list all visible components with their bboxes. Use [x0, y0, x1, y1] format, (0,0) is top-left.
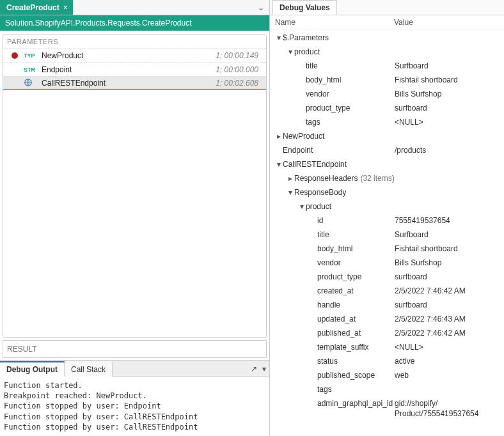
tree-node-value: active — [395, 354, 501, 366]
tree-node-label: id — [317, 214, 323, 228]
tree-row[interactable]: vendorBills Surfshop — [270, 87, 504, 101]
pin-icon[interactable]: ▾ — [259, 364, 269, 373]
parameter-name: NewProduct — [42, 51, 216, 60]
breakpoint-icon[interactable] — [12, 52, 18, 59]
tree-row[interactable]: titleSurfboard — [270, 228, 504, 242]
tree-node-label: template_suffix — [317, 340, 369, 354]
tree-node-value — [395, 31, 501, 33]
tree-row[interactable]: ResponseBody — [270, 185, 504, 199]
tree-node-value — [395, 382, 501, 384]
tree-row[interactable]: tags — [270, 382, 504, 396]
tree-node-label: body_html — [317, 242, 352, 256]
tree-row[interactable]: CallRESTEndpoint — [270, 157, 504, 171]
tree-node-value — [395, 129, 501, 131]
parameter-timing: 1; 00:00.000 — [216, 65, 264, 74]
tree-row[interactable]: updated_at2/5/2022 7:46:43 AM — [270, 312, 504, 326]
chevron-down-icon[interactable] — [287, 185, 294, 199]
tab-menu-icon[interactable]: ⌄ — [253, 3, 269, 12]
tree-node-label: admin_graphql_api_id — [317, 396, 393, 410]
tree-row[interactable]: template_suffix<NULL> — [270, 340, 504, 354]
chevron-down-icon[interactable] — [298, 199, 306, 214]
tree-node-value: gid://shopify/ Product/7555419537654 — [395, 396, 501, 419]
tree-row[interactable]: published_scopeweb — [270, 368, 504, 382]
tree-node-value: web — [395, 368, 501, 380]
rest-endpoint-icon — [24, 78, 42, 88]
tree-node-value: <NULL> — [395, 115, 501, 127]
editor-tab-bar: CreateProduct × ⌄ — [0, 0, 269, 15]
breakpoint-gutter[interactable] — [6, 52, 24, 59]
parameter-row[interactable]: STREndpoint1; 00:00.000 — [3, 62, 266, 76]
tree-node-label: ResponseBody — [294, 185, 346, 199]
tree-row[interactable]: Endpoint/products — [270, 143, 504, 157]
tree-row[interactable]: tags<NULL> — [270, 115, 504, 129]
breadcrumb: Solution.ShopifyAPI.Products.Requests.Cr… — [0, 15, 269, 31]
tab-createproduct[interactable]: CreateProduct × — [0, 0, 73, 15]
tree-node-label: vendor — [317, 256, 341, 270]
tree-node-value: 7555419537654 — [395, 214, 501, 226]
tree-node-value: 2/5/2022 7:46:42 AM — [395, 284, 501, 296]
chevron-right-icon[interactable] — [275, 129, 283, 143]
chevron-down-icon[interactable] — [287, 45, 294, 59]
section-header-parameters: PARAMETERS — [3, 35, 266, 48]
tree-row[interactable]: id7555419537654 — [270, 214, 504, 228]
tree-row[interactable]: ResponseHeaders(32 items) — [270, 171, 504, 185]
tree-node-value: Fishtail shortboard — [395, 242, 501, 254]
tree-node-value: Bills Surfshop — [395, 256, 501, 268]
tree-node-label: published_at — [317, 326, 361, 340]
tree-node-label: product — [294, 45, 320, 59]
tree-node-label: handle — [317, 298, 340, 312]
tree-row[interactable]: product — [270, 199, 504, 214]
debug-values-tree[interactable]: $.ParametersproducttitleSurfboardbody_ht… — [270, 29, 504, 436]
tree-row[interactable]: body_htmlFishtail shortboard — [270, 242, 504, 256]
tree-row[interactable]: product_typesurfboard — [270, 270, 504, 284]
tab-debug-output[interactable]: Debug Output — [0, 361, 65, 377]
section-header-result: RESULT — [7, 345, 36, 354]
tree-node-value: surfboard — [395, 101, 501, 113]
tree-row[interactable]: created_at2/5/2022 7:46:42 AM — [270, 284, 504, 298]
tree-node-label: ResponseHeaders — [294, 171, 358, 185]
tree-node-value — [395, 171, 501, 173]
chevron-down-icon[interactable] — [275, 31, 283, 45]
tree-row[interactable]: titleSurfboard — [270, 59, 504, 73]
tree-node-value: surfboard — [395, 270, 501, 282]
tree-row[interactable]: product — [270, 45, 504, 59]
tree-node-label: NewProduct — [283, 129, 324, 143]
tree-node-value: Surfboard — [395, 228, 501, 240]
tree-node-value: surfboard — [395, 298, 501, 310]
tree-row[interactable]: NewProduct — [270, 129, 504, 143]
close-icon[interactable]: × — [63, 3, 68, 12]
parameter-row[interactable]: CallRESTEndpoint1; 00:02.608 — [3, 76, 266, 90]
tree-row[interactable]: published_at2/5/2022 7:46:42 AM — [270, 326, 504, 340]
parameter-row[interactable]: TYPNewProduct1; 00:00.149 — [3, 48, 266, 62]
tree-row[interactable]: handlesurfboard — [270, 298, 504, 312]
parameter-name: Endpoint — [42, 65, 216, 74]
tree-node-value: 2/5/2022 7:46:43 AM — [395, 312, 501, 324]
tree-node-label: updated_at — [317, 312, 356, 326]
popout-icon[interactable]: ↗ — [249, 364, 259, 373]
debug-console[interactable]: Function started. Breakpoint reached: Ne… — [0, 377, 269, 436]
tree-node-value: Bills Surfshop — [395, 87, 501, 99]
column-header-name[interactable]: Name — [270, 18, 394, 27]
string-icon: STR — [24, 66, 42, 73]
tab-call-stack[interactable]: Call Stack — [65, 361, 113, 377]
parameter-list: TYPNewProduct1; 00:00.149STREndpoint1; 0… — [3, 48, 266, 90]
tree-node-label: product_type — [306, 101, 350, 115]
tree-row[interactable]: vendorBills Surfshop — [270, 256, 504, 270]
tab-debug-values[interactable]: Debug Values — [272, 0, 337, 15]
tree-row[interactable]: $.Parameters — [270, 31, 504, 45]
tree-row[interactable]: admin_graphql_api_idgid://shopify/ Produ… — [270, 396, 504, 419]
tree-row[interactable]: product_typesurfboard — [270, 101, 504, 115]
column-header-value[interactable]: Value — [394, 18, 504, 27]
debug-values-header: Name Value — [270, 15, 504, 29]
tree-node-label: title — [306, 59, 318, 73]
tree-node-label: tags — [317, 382, 332, 396]
chevron-right-icon[interactable] — [287, 171, 294, 185]
tree-node-label: status — [317, 354, 338, 368]
parameter-timing: 1; 00:02.608 — [216, 79, 264, 88]
tree-row[interactable]: statusactive — [270, 354, 504, 368]
tree-node-label: body_html — [306, 73, 341, 87]
tree-node-label: title — [317, 228, 329, 242]
tree-row[interactable]: body_htmlFishtail shortboard — [270, 73, 504, 87]
result-section: RESULT — [3, 340, 267, 358]
chevron-down-icon[interactable] — [275, 157, 283, 171]
